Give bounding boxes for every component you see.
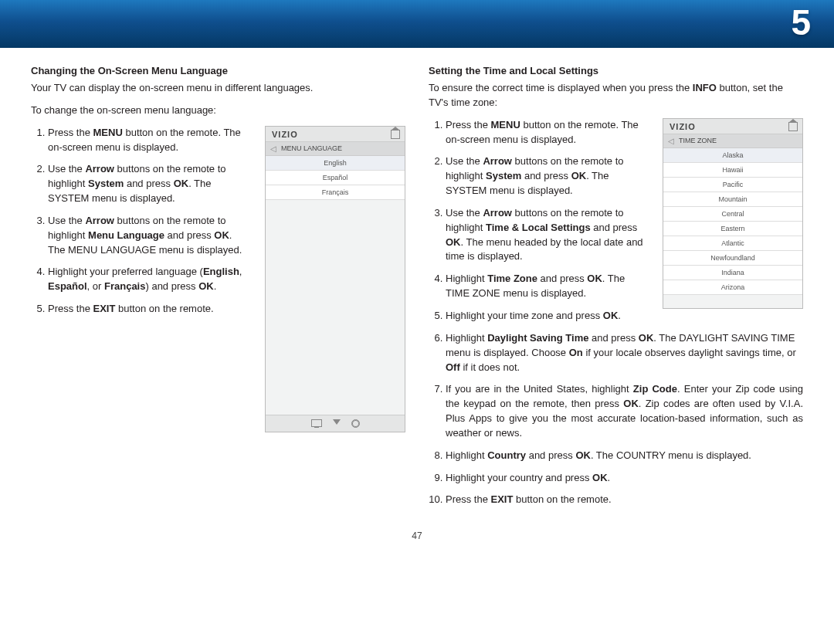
menu-language-screenshot: VIZIO ◁ MENU LANGUAGE English Español Fr… bbox=[265, 126, 405, 432]
gear-icon bbox=[351, 419, 360, 428]
right-heading: Setting the Time and Local Settings bbox=[429, 65, 803, 76]
list-item: English bbox=[266, 156, 405, 171]
step: Press the EXIT button on the remote. bbox=[446, 493, 803, 507]
menu-footer bbox=[266, 415, 405, 432]
step: Highlight your country and press OK. bbox=[446, 471, 803, 486]
list-item: Pacific bbox=[663, 178, 802, 192]
vizio-logo: VIZIO bbox=[272, 130, 298, 139]
right-steps-bottom: Highlight your time zone and press OK. H… bbox=[429, 309, 803, 507]
step: Use the Arrow buttons on the remote to h… bbox=[48, 162, 251, 206]
list-item: Central bbox=[663, 207, 802, 222]
page-body: Changing the On-Screen Menu Language You… bbox=[0, 48, 834, 530]
left-lead: To change the on-screen menu language: bbox=[31, 103, 405, 118]
step: Highlight your preferred language (Engli… bbox=[48, 265, 251, 294]
wide-icon bbox=[311, 419, 322, 427]
chapter-number: 5 bbox=[791, 2, 811, 43]
vizio-logo: VIZIO bbox=[670, 122, 696, 131]
back-icon: ◁ bbox=[668, 137, 674, 145]
left-steps: Press the MENU button on the remote. The… bbox=[31, 126, 251, 432]
menu-subtitle: TIME ZONE bbox=[679, 137, 717, 144]
step: Highlight your time zone and press OK. bbox=[446, 309, 803, 324]
step: Press the MENU button on the remote. The… bbox=[48, 126, 251, 155]
page-number: 47 bbox=[0, 530, 834, 554]
home-icon bbox=[788, 122, 798, 131]
list-item: Français bbox=[266, 185, 405, 200]
chapter-banner: 5 bbox=[0, 0, 834, 48]
list-item: Newfoundland bbox=[663, 251, 802, 266]
home-icon bbox=[391, 130, 400, 139]
step: Use the Arrow buttons on the remote to h… bbox=[446, 206, 649, 264]
step: Highlight Country and press OK. The COUN… bbox=[446, 449, 803, 463]
right-steps-top: Press the MENU button on the remote. The… bbox=[429, 118, 649, 309]
list-item: Mountain bbox=[663, 192, 802, 207]
list-item: Atlantic bbox=[663, 236, 802, 251]
step: Use the Arrow buttons on the remote to h… bbox=[446, 154, 649, 198]
left-heading: Changing the On-Screen Menu Language bbox=[31, 65, 405, 76]
list-item: Eastern bbox=[663, 222, 802, 236]
menu-list: English Español Français bbox=[266, 156, 405, 415]
step: Press the MENU button on the remote. The… bbox=[446, 118, 649, 147]
left-column: Changing the On-Screen Menu Language You… bbox=[31, 65, 405, 515]
left-intro: Your TV can display the on-screen menu i… bbox=[31, 81, 405, 96]
list-item: Arizona bbox=[663, 280, 802, 295]
step: Press the EXIT button on the remote. bbox=[48, 302, 251, 317]
list-item: Indiana bbox=[663, 266, 802, 280]
step: Highlight Time Zone and press OK. The TI… bbox=[446, 272, 649, 301]
list-item: Español bbox=[266, 171, 405, 185]
right-intro: To ensure the correct time is displayed … bbox=[429, 81, 803, 110]
menu-list: Alaska Hawaii Pacific Mountain Central E… bbox=[663, 148, 802, 308]
timezone-screenshot: VIZIO ◁ TIME ZONE Alaska Hawaii Pacific … bbox=[663, 118, 803, 309]
right-column: Setting the Time and Local Settings To e… bbox=[429, 65, 803, 515]
step: Highlight Daylight Saving Time and press… bbox=[446, 331, 803, 375]
down-icon bbox=[333, 419, 341, 425]
menu-subtitle: MENU LANGUAGE bbox=[281, 144, 342, 152]
back-icon: ◁ bbox=[270, 144, 276, 153]
list-item: Alaska bbox=[663, 148, 802, 163]
step: If you are in the United States, highlig… bbox=[446, 382, 803, 440]
step: Use the Arrow buttons on the remote to h… bbox=[48, 214, 251, 258]
list-item: Hawaii bbox=[663, 163, 802, 178]
